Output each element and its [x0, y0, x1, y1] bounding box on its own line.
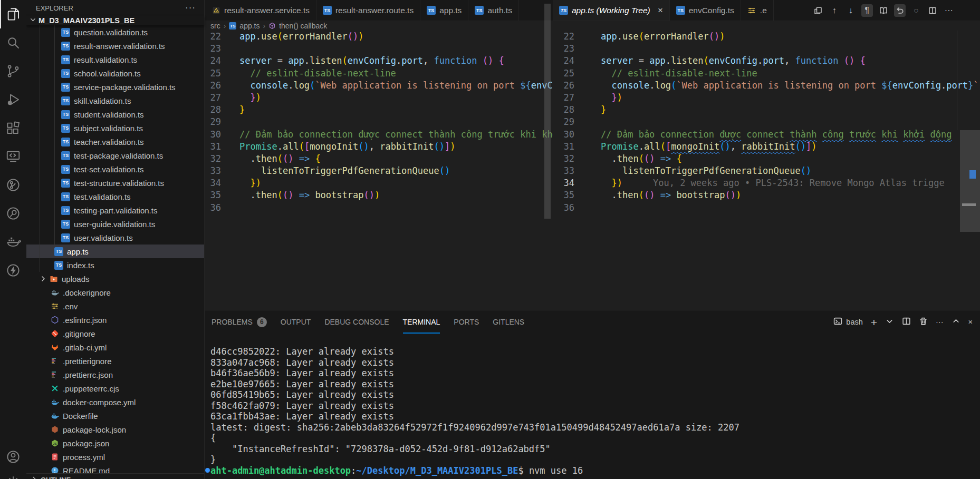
- close-panel[interactable]: ×: [968, 318, 973, 326]
- code-line-28[interactable]: 28}: [205, 104, 553, 116]
- activity-source-control[interactable]: [0, 57, 26, 85]
- file-teacher-validation-ts[interactable]: TSteacher.validation.ts: [26, 135, 204, 149]
- file-index-ts[interactable]: TSindex.ts: [26, 258, 204, 272]
- code-editor-left[interactable]: 22app.use(errorHandler())2324server = ap…: [205, 31, 553, 310]
- editor-tab-result-answer-route-ts[interactable]: TSresult-answer.route.ts: [316, 0, 420, 21]
- code-line-28[interactable]: 28}: [553, 104, 980, 116]
- editor-tab-auth-ts[interactable]: TSauth.ts: [468, 0, 519, 21]
- outline-section-header[interactable]: OUTLINE: [26, 473, 204, 479]
- file-prettierrc-json[interactable]: .prettierrc.json: [26, 368, 204, 382]
- code-line-30[interactable]: 30// Đảm bảo connection được connect thà…: [553, 129, 980, 141]
- file-readme-md[interactable]: README.md: [26, 464, 204, 473]
- code-line-27[interactable]: 27 }): [553, 92, 980, 104]
- toggle-inline-view-icon[interactable]: ○: [910, 4, 922, 17]
- copy-file-icon[interactable]: [812, 4, 824, 17]
- activity-docker[interactable]: [0, 228, 26, 256]
- explorer-more-actions-icon[interactable]: ···: [185, 3, 196, 13]
- maximize-panel[interactable]: [952, 317, 960, 327]
- breadcrumb-item[interactable]: src: [210, 22, 220, 30]
- next-change-icon[interactable]: ↓: [845, 4, 857, 17]
- split-editor-icon[interactable]: [927, 4, 938, 17]
- breadcrumb-item[interactable]: then() callback: [279, 22, 327, 30]
- code-line-23[interactable]: 23: [553, 43, 980, 55]
- editor-tab-envconfig-ts[interactable]: TSenvConfig.ts: [670, 0, 741, 21]
- file-testing-part-validation-ts[interactable]: TStesting-part.validation.ts: [26, 203, 204, 217]
- panel-tab-gitlens[interactable]: GITLENS: [493, 310, 524, 334]
- file-package-lock-json[interactable]: package-lock.json: [26, 423, 204, 436]
- file-service-package-validation-ts[interactable]: TSservice-package.validation.ts: [26, 80, 204, 94]
- file-app-ts[interactable]: TSapp.ts: [26, 245, 204, 258]
- code-line-27[interactable]: 27 }): [205, 92, 553, 104]
- panel-tab-output[interactable]: OUTPUT: [281, 310, 311, 334]
- file-dockerignore[interactable]: .dockerignore: [26, 286, 204, 299]
- activity-account[interactable]: [0, 443, 26, 471]
- file-uploads[interactable]: uploads: [26, 272, 204, 286]
- code-line-32[interactable]: 32 .then(() => {: [205, 153, 553, 165]
- panel-tab-problems[interactable]: PROBLEMS6: [212, 310, 267, 334]
- activity-gitlens-inspect[interactable]: [0, 199, 26, 228]
- code-line-35[interactable]: 35 .then(() => bootstrap()): [553, 189, 980, 201]
- code-line-29[interactable]: 29: [553, 116, 980, 128]
- split-terminal[interactable]: [902, 317, 911, 327]
- code-line-34[interactable]: 34 })You, 2 weeks ago • PLS-2543: Remove…: [553, 177, 980, 189]
- workspace-section-header[interactable]: M_D3_MAAIV2301PLS_BE: [26, 16, 204, 25]
- file-prettierignore[interactable]: .prettierignore: [26, 354, 204, 368]
- kill-terminal[interactable]: [919, 317, 928, 327]
- file-puppeteerrc-cjs[interactable]: .puppeteerrc.cjs: [26, 382, 204, 395]
- editor-tab-app-ts-working-tree[interactable]: TSapp.ts (Working Tree)×: [553, 0, 670, 21]
- panel-tab-terminal[interactable]: TERMINAL: [403, 310, 440, 334]
- file-dockerfile[interactable]: Dockerfile: [26, 409, 204, 423]
- code-line-30[interactable]: 30// Đảm bảo connection được connect thà…: [205, 129, 553, 141]
- terminal-shell[interactable]: bash: [833, 317, 862, 327]
- previous-change-icon[interactable]: ↑: [829, 4, 840, 17]
- file-gitlab-ci-yml[interactable]: .gitlab-ci.yml: [26, 340, 204, 354]
- panel-tab-ports[interactable]: PORTS: [454, 310, 479, 334]
- code-line-24[interactable]: 24server = app.listen(envConfig.port, fu…: [553, 55, 980, 67]
- file-user-guide-validation-ts[interactable]: TSuser-guide.validation.ts: [26, 217, 204, 231]
- activity-search[interactable]: [0, 28, 26, 57]
- code-line-36[interactable]: 36: [205, 202, 553, 214]
- right-editor-scrollbar[interactable]: [960, 130, 980, 232]
- more-actions[interactable]: ···: [936, 318, 944, 326]
- activity-run-debug[interactable]: [0, 85, 26, 114]
- code-line-36[interactable]: 36: [553, 202, 980, 214]
- code-line-23[interactable]: 23: [205, 43, 553, 55]
- code-line-31[interactable]: 31Promise.all([mongoInit(), rabbitInit()…: [205, 141, 553, 153]
- code-line-34[interactable]: 34 }): [205, 177, 553, 189]
- code-line-24[interactable]: 24server = app.listen(envConfig.port, fu…: [205, 55, 553, 67]
- code-line-22[interactable]: 22app.use(errorHandler()): [205, 31, 553, 43]
- code-line-29[interactable]: 29: [205, 116, 553, 128]
- file-student-validation-ts[interactable]: TSstudent.validation.ts: [26, 107, 204, 121]
- file-test-validation-ts[interactable]: TStest.validation.ts: [26, 190, 204, 203]
- left-editor-scrollbar[interactable]: [544, 4, 551, 219]
- revert-file-icon[interactable]: [894, 4, 906, 17]
- file-subject-validation-ts[interactable]: TSsubject.validation.ts: [26, 121, 204, 135]
- activity-remote-explorer[interactable]: [0, 142, 26, 171]
- file-skill-validation-ts[interactable]: TSskill.validation.ts: [26, 94, 204, 107]
- file-process-yml[interactable]: process.yml: [26, 450, 204, 464]
- file-school-validation-ts[interactable]: TSschool.validation.ts: [26, 66, 204, 80]
- code-line-31[interactable]: 31Promise.all([mongoInit(), rabbitInit()…: [553, 141, 980, 153]
- breadcrumb-item[interactable]: app.ts: [239, 22, 260, 30]
- file-eslintrc-json[interactable]: .eslintrc.json: [26, 313, 204, 327]
- file-test-structure-validation-ts[interactable]: TStest-structure.validation.ts: [26, 176, 204, 190]
- panel-tab-debug-console[interactable]: DEBUG CONSOLE: [324, 310, 389, 334]
- activity-extensions[interactable]: [0, 114, 26, 142]
- toggle-render-whitespace-icon[interactable]: ¶: [861, 4, 873, 17]
- code-line-33[interactable]: 33 listenToTriggerPdfGenerationQueue(): [553, 165, 980, 177]
- breadcrumb[interactable]: src›TSapp.ts›then() callback: [205, 21, 553, 31]
- editor-tab-result-answer-service-ts[interactable]: result-answer.service.ts: [205, 0, 316, 21]
- activity-settings-gear[interactable]: [0, 468, 26, 479]
- code-line-26[interactable]: 26 console.log(`Web application is liste…: [553, 80, 980, 92]
- code-line-26[interactable]: 26 console.log(`Web application is liste…: [205, 80, 553, 92]
- file-question-validation-ts[interactable]: TSquestion.validation.ts: [26, 25, 204, 39]
- close-tab-icon[interactable]: ×: [658, 6, 663, 15]
- terminal-dropdown[interactable]: [885, 317, 894, 327]
- more-actions-icon[interactable]: ···: [943, 4, 955, 17]
- new-terminal[interactable]: +: [871, 317, 877, 328]
- code-line-35[interactable]: 35 .then(() => bootstrap()): [205, 189, 553, 201]
- file-result-answer-validation-ts[interactable]: TSresult-answer.validation.ts: [26, 39, 204, 53]
- code-line-32[interactable]: 32 .then(() => {: [553, 153, 980, 165]
- activity-thunder-client[interactable]: [0, 256, 26, 285]
- code-editor-right[interactable]: 22app.use(errorHandler())2324server = ap…: [553, 31, 980, 310]
